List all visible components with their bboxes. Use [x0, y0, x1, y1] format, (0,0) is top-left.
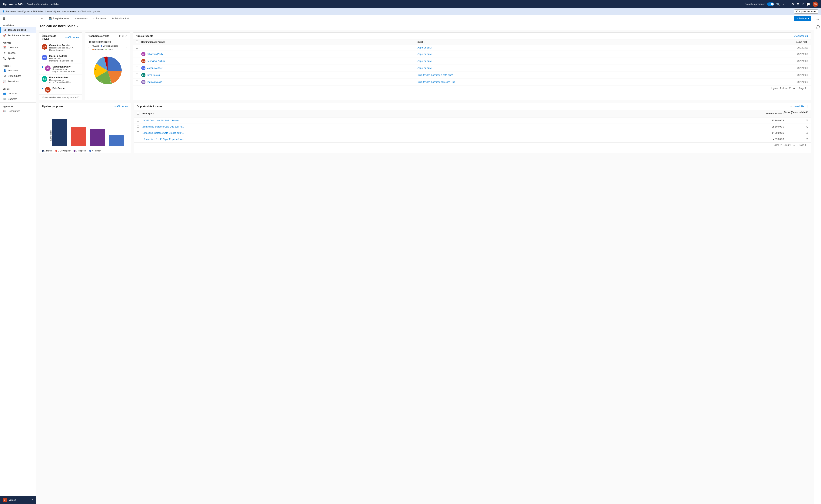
sidebar-item-contacts[interactable]: 👥 Contacts: [0, 91, 36, 96]
risque-row-3-checkbox[interactable]: [137, 138, 139, 140]
sidebar-item-taches[interactable]: ≡ Tâches: [0, 50, 36, 56]
contact-item-4[interactable]: ES Éric Sacher: [39, 85, 82, 95]
question-icon[interactable]: ?: [802, 2, 804, 6]
table-row-3[interactable]: MA Marjorie Authier Appel de suivi 29/12…: [133, 65, 811, 72]
contact-item-3[interactable]: EA Élisabeth Authier Responsable de m...…: [39, 75, 82, 85]
chat-icon[interactable]: 💬: [806, 2, 810, 6]
compare-plans-button[interactable]: Comparer les plans: [794, 9, 818, 14]
save-button[interactable]: 💾 Enregistrer sous: [47, 16, 71, 21]
share-button[interactable]: ↗ Partager ▾: [794, 16, 811, 21]
appearance-toggle[interactable]: [767, 2, 774, 6]
header-rubrique[interactable]: Rubrique ↑: [142, 112, 759, 115]
svg-text:2: 2: [110, 81, 111, 83]
user-avatar[interactable]: JS: [813, 2, 818, 7]
risque-row-0-checkbox[interactable]: [137, 119, 139, 121]
risque-next-page-icon[interactable]: ›: [808, 144, 808, 146]
table-row-1[interactable]: SP Sébastien Pauly Appel de suivi 29/12/…: [133, 51, 811, 58]
sidebar-item-tableau-de-bord[interactable]: ⊞ Tableau de bord: [0, 27, 36, 33]
header-score[interactable]: Score (Score prédictif) ↓: [784, 111, 808, 116]
contact-item-2[interactable]: SP Sébastien Pauly Responsable de maga..…: [39, 64, 82, 75]
sidebar-item-prospects[interactable]: 👤 Prospects: [0, 68, 36, 73]
sidebar-item-previsions[interactable]: 📈 Prévisions: [0, 79, 36, 84]
copy-icon-p[interactable]: ⎘: [122, 35, 124, 37]
table-row-2[interactable]: GA Geneviève Authier Appel de suivi 29/1…: [133, 58, 811, 65]
row-0-checkbox[interactable]: [136, 46, 138, 49]
risque-header-checkbox[interactable]: [137, 112, 139, 114]
nav-icons: 🔍 ? + ⚙ ⚙ ? 💬 JS: [776, 2, 818, 7]
header-subject[interactable]: Sujet ↕: [417, 41, 786, 43]
row-4-checkbox[interactable]: [136, 74, 138, 76]
risque-row-1[interactable]: 2 machines expresso Café Duo pour Fa... …: [134, 124, 811, 130]
refresh-button[interactable]: ↻ Actualiser tout: [110, 16, 131, 21]
title-chevron-icon[interactable]: ▾: [77, 25, 78, 28]
add-icon[interactable]: +: [787, 2, 789, 6]
pipeline-show-all[interactable]: ↗ Afficher tout: [114, 105, 128, 108]
row-5-checkbox[interactable]: [136, 81, 138, 83]
sidebar-item-comptes[interactable]: 🏢 Comptes: [0, 96, 36, 102]
list-view-icon[interactable]: ≡: [790, 105, 792, 108]
legend-dot-autre: Autre: [92, 45, 99, 47]
content-area: ← 💾 Enregistrer sous + Nouveau ▾ ✓ Par d…: [36, 15, 814, 504]
row-2-checkbox[interactable]: [136, 60, 138, 62]
risque-view-label[interactable]: Vue ciblée: [794, 105, 804, 108]
info-icon: ℹ: [3, 10, 4, 13]
svg-text:4: 4: [95, 68, 96, 71]
external-link-icon-pp: ↗: [114, 105, 116, 108]
hamburger-menu[interactable]: ☰: [0, 15, 36, 22]
row-1-checkbox[interactable]: [136, 53, 138, 55]
sidebar-item-ressources[interactable]: 📖 Ressources: [0, 108, 36, 114]
table-row-5[interactable]: TM Thomas Masse Discuter des machines ex…: [133, 79, 811, 86]
next-page-icon[interactable]: ›: [808, 87, 808, 90]
search-icon[interactable]: 🔍: [776, 2, 780, 6]
avatar-ma: MA: [42, 55, 47, 60]
first-page-icon[interactable]: ⏮: [793, 87, 795, 90]
panel-icon-1[interactable]: ⇔: [816, 17, 820, 22]
contact-item-1[interactable]: MA Marjorie Authier Directeur du marketi…: [39, 53, 82, 64]
sort-icon-rubrique: ↑: [153, 113, 154, 115]
pie-next-arrow[interactable]: ›: [125, 46, 127, 50]
svg-text:3: 3: [101, 81, 102, 83]
header-checkbox[interactable]: [136, 41, 138, 43]
risque-prev-page-icon[interactable]: ‹: [797, 144, 797, 146]
settings-icon[interactable]: ⚙: [797, 2, 799, 6]
table-row-4[interactable]: DL David Lacroix Discuter des machines à…: [133, 72, 811, 79]
sidebar-item-calendrier[interactable]: 📅 Calendrier: [0, 45, 36, 50]
travail-show-all[interactable]: ↗ Afficher tout: [65, 36, 79, 39]
toggle-label: Nouvelle apparence: [745, 3, 765, 5]
risque-row-1-checkbox[interactable]: [137, 125, 139, 128]
new-button[interactable]: + Nouveau ▾: [72, 16, 90, 21]
appels-table-header: Destination de l'appel Sujet ↕ Début rée…: [133, 39, 811, 45]
risque-row-0[interactable]: 2 Café Corto pour Northwind Traders 33 8…: [134, 118, 811, 124]
expand-icon-p[interactable]: ⤢: [125, 35, 127, 37]
table-row-0[interactable]: Appel de suivi 29/12/2023: [133, 45, 811, 51]
ventes-chevron[interactable]: ⌃: [31, 499, 33, 501]
pipeline-title: Pipeline par phase: [42, 105, 113, 108]
help-icon[interactable]: ?: [783, 2, 784, 6]
filter-icon[interactable]: ⚙: [791, 2, 794, 6]
sidebar-label-tableau: Tableau de bord: [8, 29, 26, 31]
panel-icon-2[interactable]: 💬: [815, 25, 820, 30]
risque-row-2-checkbox[interactable]: [137, 131, 139, 134]
risque-row-3[interactable]: 10 machines à café Airpot XL pour Alpin.…: [134, 136, 811, 142]
header-revenu[interactable]: Revenu estimé ↓: [759, 112, 784, 115]
avatar-ga: GA: [42, 44, 47, 50]
default-button[interactable]: ✓ Par défaut: [91, 16, 108, 21]
header-date[interactable]: Début réel ↓: [786, 41, 808, 43]
appels-show-all[interactable]: ↗ Afficher tout: [794, 35, 808, 37]
prospects-card: Prospects ouverts ↻ ⎘ ⤢ Prospects par so…: [85, 32, 130, 100]
back-button[interactable]: ←: [39, 16, 45, 21]
pie-prev-arrow[interactable]: ‹: [88, 46, 90, 50]
prev-page-icon[interactable]: ‹: [797, 87, 797, 90]
more-options-icon[interactable]: ⋮: [806, 105, 808, 108]
sidebar-item-accelerateur[interactable]: 🚀 Accélérateur des ven...: [0, 33, 36, 38]
refresh-icon-p[interactable]: ↻: [119, 35, 121, 37]
header-destination[interactable]: Destination de l'appel: [141, 41, 417, 43]
sidebar-item-opportunites[interactable]: 🗂 Opportunités: [0, 73, 36, 79]
chart-legend: 1-Inclure 2-Développer 3-Proposer 4-Ferm…: [39, 148, 131, 153]
sidebar-item-appels[interactable]: 📞 Appels: [0, 56, 36, 61]
risque-row-2[interactable]: 1 machine expresso Café Grande pour ... …: [134, 130, 811, 136]
risque-first-page-icon[interactable]: ⏮: [793, 144, 795, 146]
row-3-checkbox[interactable]: [136, 67, 138, 69]
legend-label-2: 2-Développer: [58, 150, 71, 152]
contact-item-0[interactable]: GA Geneviève Authier Responsable des ac.…: [39, 42, 82, 53]
